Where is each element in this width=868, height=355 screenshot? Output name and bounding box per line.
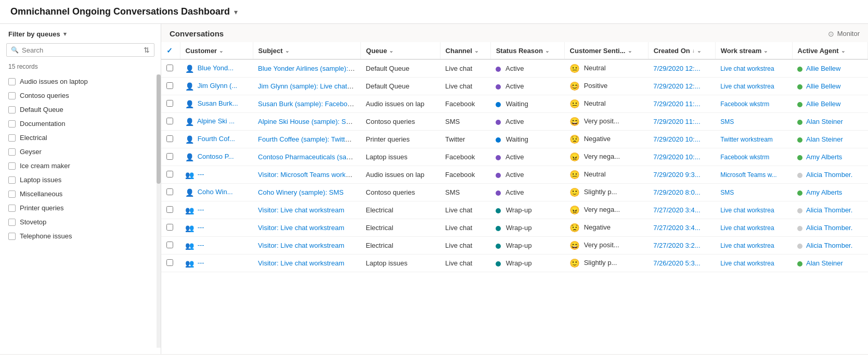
row-checkbox[interactable] — [166, 259, 173, 266]
agent-link[interactable]: Alan Steiner — [806, 259, 843, 267]
row-checkbox[interactable] — [166, 206, 173, 213]
check-col-header[interactable]: ✓ — [161, 42, 180, 59]
workstream-link[interactable]: Live chat workstrea — [720, 83, 774, 90]
agent-link[interactable]: Alicia Thomber. — [806, 171, 852, 179]
table-row[interactable]: 👤 Susan Burk... Susan Burk (sample): Fac… — [161, 95, 868, 113]
createdon-link[interactable]: 7/29/2020 10:... — [653, 153, 700, 161]
subject-link[interactable]: Blue Yonder Airlines (sample): Live c... — [258, 65, 360, 72]
customer-col-header[interactable]: Customer ⌄ — [180, 42, 253, 59]
table-row[interactable]: 👥 --- Visitor: Live chat workstream Elec… — [161, 219, 868, 237]
table-row[interactable]: 👥 --- Visitor: Live chat workstream Elec… — [161, 201, 868, 219]
workstream-col-header[interactable]: Work stream ⌄ — [715, 42, 792, 59]
activeagent-col-header[interactable]: Active Agent ⌄ — [792, 42, 867, 59]
row-checkbox[interactable] — [166, 153, 173, 160]
table-row[interactable]: 👥 --- Visitor: Microsoft Teams workstrea… — [161, 166, 868, 184]
agent-link[interactable]: Alan Steiner — [806, 118, 843, 125]
createdon-col-header[interactable]: Created On ↓ ⌄ — [648, 42, 715, 59]
table-row[interactable]: 👤 Alpine Ski ... Alpine Ski House (sampl… — [161, 113, 868, 131]
table-row[interactable]: 👤 Fourth Cof... Fourth Coffee (sample): … — [161, 131, 868, 148]
agent-link[interactable]: Amy Alberts — [806, 153, 842, 161]
queue-checkbox[interactable] — [8, 205, 16, 212]
scrollbar-track[interactable] — [157, 74, 161, 348]
agent-link[interactable]: Alan Steiner — [806, 135, 843, 143]
workstream-link[interactable]: Facebook wkstrm — [720, 100, 769, 108]
table-row[interactable]: 👤 Jim Glynn (... Jim Glynn (sample): Liv… — [161, 78, 868, 95]
filter-header[interactable]: Filter by queues ▾ — [0, 30, 161, 43]
workstream-link[interactable]: Twitter workstream — [720, 136, 773, 143]
queue-item[interactable]: Contoso queries — [0, 88, 161, 103]
queue-checkbox[interactable] — [8, 78, 16, 85]
agent-link[interactable]: Alicia Thomber. — [806, 224, 852, 232]
agent-link[interactable]: Alicia Thomber. — [806, 206, 852, 214]
scrollbar-thumb[interactable] — [157, 74, 161, 184]
select-all-checkbox[interactable]: ✓ — [166, 46, 173, 55]
createdon-link[interactable]: 7/27/2020 3:4... — [653, 206, 700, 214]
row-checkbox-cell[interactable] — [161, 184, 180, 201]
createdon-link[interactable]: 7/29/2020 10:... — [653, 135, 700, 143]
row-checkbox-cell[interactable] — [161, 95, 180, 113]
queue-item[interactable]: Electrical — [0, 131, 161, 145]
customer-link[interactable]: Blue Yond... — [198, 64, 234, 72]
queue-checkbox[interactable] — [8, 191, 16, 198]
customer-link[interactable]: --- — [198, 241, 204, 249]
createdon-link[interactable]: 7/27/2020 3:2... — [653, 242, 700, 249]
workstream-link[interactable]: Microsoft Teams w... — [720, 171, 776, 179]
subject-link[interactable]: Visitor: Live chat workstream — [258, 259, 344, 267]
queue-checkbox[interactable] — [8, 162, 16, 170]
queue-item[interactable]: Geyser — [0, 145, 161, 159]
row-checkbox[interactable] — [166, 65, 173, 71]
status-col-header[interactable]: Status Reason ⌄ — [490, 42, 564, 59]
subject-link[interactable]: Fourth Coffee (sample): Twitter wor — [258, 135, 360, 143]
row-checkbox[interactable] — [166, 118, 173, 124]
queue-checkbox[interactable] — [8, 233, 16, 240]
queue-sort-icon[interactable]: ⌄ — [389, 48, 393, 54]
customer-link[interactable]: --- — [198, 206, 204, 213]
queue-item[interactable]: Documentation — [0, 117, 161, 131]
queue-checkbox[interactable] — [8, 219, 16, 226]
queue-checkbox[interactable] — [8, 134, 16, 142]
table-row[interactable]: 👥 --- Visitor: Live chat workstream Elec… — [161, 237, 868, 255]
channel-sort-icon[interactable]: ⌄ — [474, 48, 478, 54]
table-row[interactable]: 👤 Contoso P... Contoso Pharmaceuticals (… — [161, 148, 868, 166]
customer-link[interactable]: Contoso P... — [198, 153, 234, 160]
row-checkbox-cell[interactable] — [161, 148, 180, 166]
row-checkbox[interactable] — [166, 188, 173, 195]
queue-item[interactable]: Miscellaneous — [0, 187, 161, 201]
queue-checkbox[interactable] — [8, 120, 16, 128]
queue-checkbox[interactable] — [8, 92, 16, 99]
workstream-sort-icon[interactable]: ⌄ — [763, 48, 768, 54]
workstream-link[interactable]: Live chat workstrea — [720, 224, 774, 232]
createdon-link[interactable]: 7/29/2020 8:0... — [653, 188, 700, 196]
workstream-link[interactable]: Live chat workstrea — [720, 242, 774, 249]
status-sort-icon[interactable]: ⌄ — [545, 48, 549, 54]
subject-link[interactable]: Visitor: Live chat workstream — [258, 206, 344, 214]
subject-link[interactable]: Visitor: Microsoft Teams workstream — [258, 171, 360, 179]
customer-sort-icon[interactable]: ⌄ — [219, 48, 223, 54]
queue-col-header[interactable]: Queue ⌄ — [360, 42, 440, 59]
customer-link[interactable]: Alpine Ski ... — [197, 117, 235, 125]
row-checkbox-cell[interactable] — [161, 201, 180, 219]
subject-link[interactable]: Coho Winery (sample): SMS — [258, 188, 344, 196]
createdon-sort-icon2[interactable]: ⌄ — [697, 48, 701, 54]
createdon-link[interactable]: 7/29/2020 12:... — [653, 65, 700, 72]
row-checkbox-cell[interactable] — [161, 255, 180, 272]
table-container[interactable]: ✓ Customer ⌄ Subject ⌄ — [161, 42, 868, 354]
customer-link[interactable]: --- — [198, 259, 204, 267]
queue-item[interactable]: Default Queue — [0, 103, 161, 117]
customer-link[interactable]: --- — [198, 170, 204, 178]
row-checkbox[interactable] — [166, 171, 173, 178]
createdon-link[interactable]: 7/29/2020 11:... — [653, 118, 700, 125]
subject-link[interactable]: Alpine Ski House (sample): SMS — [258, 118, 356, 125]
customer-link[interactable]: Coho Win... — [198, 188, 233, 196]
agent-link[interactable]: Alicia Thomber. — [806, 242, 852, 249]
agent-link[interactable]: Allie Bellew — [806, 65, 840, 72]
row-checkbox[interactable] — [166, 82, 173, 89]
customer-link[interactable]: --- — [198, 223, 204, 231]
queue-checkbox[interactable] — [8, 176, 16, 184]
workstream-link[interactable]: SMS — [720, 118, 734, 125]
createdon-link[interactable]: 7/29/2020 9:3... — [653, 171, 700, 179]
queue-item[interactable]: Telephone issues — [0, 229, 161, 243]
subject-link[interactable]: Contoso Pharmaceuticals (sample): — [258, 153, 360, 161]
row-checkbox[interactable] — [166, 242, 173, 248]
row-checkbox-cell[interactable] — [161, 237, 180, 255]
